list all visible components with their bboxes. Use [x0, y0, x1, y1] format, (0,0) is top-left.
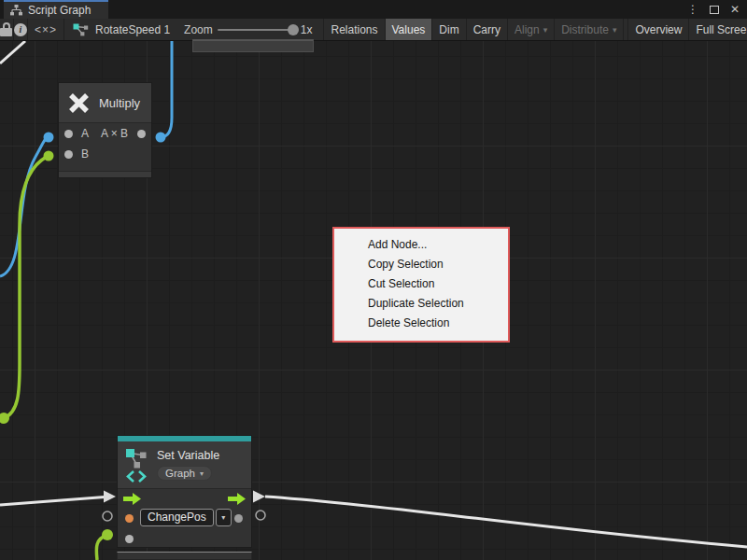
- wire-white-stub: [0, 41, 25, 63]
- full-screen-button[interactable]: Full Screen: [689, 19, 747, 40]
- node-title: Set Variable: [157, 449, 219, 462]
- carry-button[interactable]: Carry: [467, 19, 508, 40]
- clipped-node[interactable]: [192, 39, 314, 52]
- chevron-down-icon: ▾: [216, 509, 232, 526]
- code-preview-button[interactable]: <×>: [28, 19, 64, 40]
- multiply-node-header[interactable]: Multiply: [59, 83, 151, 122]
- align-button[interactable]: Align ▾: [508, 19, 555, 40]
- variable-scope-dropdown[interactable]: Graph ▾: [157, 466, 212, 481]
- chevron-down-icon: ▾: [543, 25, 548, 35]
- lock-icon: [0, 22, 13, 36]
- flow-output-arrow[interactable]: [228, 493, 246, 505]
- graph-reference[interactable]: RotateSpeed 1: [64, 19, 179, 40]
- tab-label: Script Graph: [28, 4, 91, 17]
- info-button[interactable]: i: [14, 19, 28, 40]
- zoom-slider[interactable]: [218, 29, 296, 31]
- set-variable-footer: [117, 552, 252, 560]
- green-port-dot[interactable]: [44, 151, 54, 161]
- tab-strip: Script Graph ⋮ ✕: [0, 0, 747, 19]
- overview-button[interactable]: Overview: [627, 19, 689, 40]
- info-icon: i: [14, 23, 27, 36]
- set-variable-header[interactable]: Set Variable Graph ▾: [118, 441, 251, 488]
- window-controls: ⋮ ✕: [687, 0, 740, 19]
- context-menu: Add Node... Copy Selection Cut Selection…: [332, 227, 510, 343]
- lock-button[interactable]: [0, 19, 14, 40]
- graph-reference-label: RotateSpeed 1: [95, 23, 170, 36]
- value-input-port[interactable]: [125, 514, 134, 523]
- zoom-slider-handle[interactable]: [288, 24, 299, 35]
- wire-green-long: [4, 156, 49, 418]
- wire-blue-in: [0, 137, 49, 276]
- flow-input-arrow[interactable]: [123, 493, 141, 505]
- set-variable-body: ChangePos ▾: [118, 488, 251, 547]
- port-row: A A × B: [59, 123, 151, 144]
- menu-item-duplicate-selection[interactable]: Duplicate Selection: [334, 294, 508, 314]
- flow-input-triangle[interactable]: [104, 491, 116, 503]
- port-label-a: A: [81, 127, 89, 140]
- green-port-dot[interactable]: [0, 413, 9, 424]
- chevron-down-icon: ▾: [613, 25, 617, 35]
- unconnected-port-circle[interactable]: [256, 511, 265, 520]
- multiply-node-footer: [59, 171, 151, 177]
- distribute-button[interactable]: Distribute ▾: [555, 19, 624, 40]
- menu-item-add-node[interactable]: Add Node...: [334, 235, 508, 255]
- tab-script-graph[interactable]: Script Graph: [4, 0, 108, 19]
- maximize-icon[interactable]: [710, 6, 719, 14]
- wire-green-bottom: [96, 535, 107, 560]
- multiply-icon: [67, 91, 91, 115]
- wire-white-in: [0, 497, 105, 506]
- blue-port-dot[interactable]: [44, 133, 54, 143]
- menu-item-copy-selection[interactable]: Copy Selection: [334, 255, 508, 274]
- wire-white-out: [265, 497, 747, 547]
- output-port[interactable]: [137, 130, 146, 138]
- graph-node-icon: [73, 23, 89, 36]
- green-port-dot[interactable]: [102, 529, 113, 540]
- input-port-a[interactable]: [64, 130, 73, 138]
- zoom-level: 1x: [301, 23, 318, 36]
- close-icon[interactable]: ✕: [730, 0, 740, 19]
- menu-item-delete-selection[interactable]: Delete Selection: [334, 314, 508, 333]
- unconnected-port-circle[interactable]: [103, 511, 112, 521]
- values-button[interactable]: Values: [386, 19, 433, 40]
- blue-port-dot[interactable]: [156, 133, 166, 143]
- multiply-node[interactable]: Multiply A A × B B: [58, 82, 152, 178]
- variable-name-dropdown[interactable]: ChangePos ▾: [140, 509, 232, 526]
- value-output-port[interactable]: [234, 514, 243, 523]
- graph-tab-icon: [10, 5, 22, 16]
- multiply-node-body: A A × B B: [59, 122, 151, 171]
- zoom-control: Zoom 1x: [179, 19, 317, 40]
- relations-button[interactable]: Relations: [324, 19, 385, 40]
- port-label-output: A × B: [101, 127, 128, 140]
- node-title: Multiply: [99, 96, 140, 110]
- set-variable-icon: [125, 446, 149, 483]
- chevron-down-icon: ▾: [200, 469, 204, 478]
- input-port-b[interactable]: [64, 150, 73, 159]
- set-variable-node[interactable]: Set Variable Graph ▾ ChangePos ▾: [117, 435, 252, 548]
- port-row: B: [59, 144, 151, 164]
- unity-script-graph-window: Script Graph ⋮ ✕ i <×> RotateSpeed 1 Zoo…: [0, 0, 747, 560]
- dim-button[interactable]: Dim: [432, 19, 466, 40]
- window-menu-icon[interactable]: ⋮: [687, 0, 698, 19]
- port-label-b: B: [81, 147, 89, 161]
- toolbar-buttons: Relations Values Dim Carry Align ▾ Distr…: [323, 19, 747, 40]
- value-input-port-2[interactable]: [125, 535, 134, 543]
- graph-toolbar: i <×> RotateSpeed 1 Zoom 1x Relations Va…: [0, 19, 747, 41]
- wire-blue-out: [161, 41, 172, 137]
- flow-output-triangle[interactable]: [253, 491, 265, 503]
- zoom-label: Zoom: [184, 23, 213, 36]
- menu-item-cut-selection[interactable]: Cut Selection: [334, 274, 508, 294]
